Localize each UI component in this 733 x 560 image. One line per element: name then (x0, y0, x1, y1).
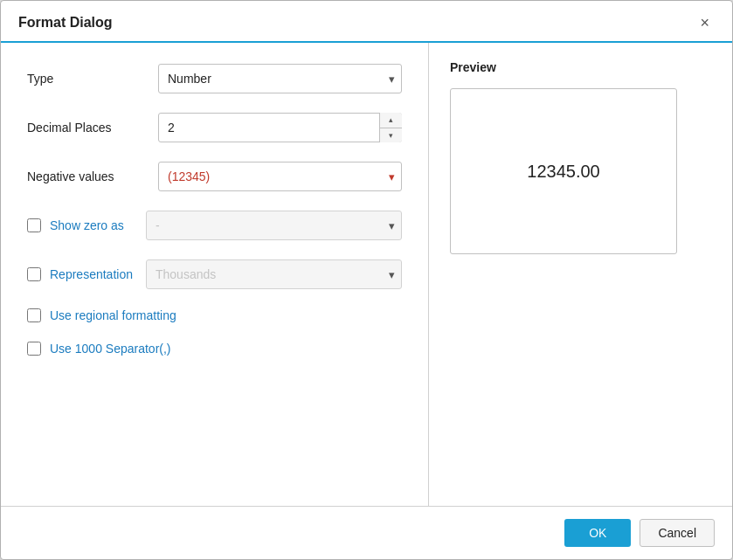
representation-row: Representation Thousands Millions Billio… (27, 259, 402, 289)
type-select[interactable]: Number Currency Percentage Text (158, 64, 402, 93)
decimal-spinbox-wrapper: ▴ ▾ (158, 113, 402, 142)
dialog-header: Format Dialog × (1, 1, 732, 43)
separator-checkbox[interactable] (27, 342, 41, 356)
decimal-places-label: Decimal Places (27, 121, 158, 135)
dialog-body: Type Number Currency Percentage Text ▾ D… (1, 43, 732, 506)
decimal-places-input[interactable] (158, 113, 402, 142)
ok-button[interactable]: OK (564, 519, 631, 547)
representation-label: Representation (50, 267, 146, 281)
show-zero-label: Show zero as (50, 218, 146, 232)
decimal-decrement-button[interactable]: ▾ (380, 128, 402, 143)
negative-values-row: Negative values (12345) -12345 12345- ▾ (27, 162, 402, 191)
close-button[interactable]: × (695, 13, 715, 32)
show-zero-checkbox[interactable] (27, 218, 41, 232)
preview-value: 12345.00 (527, 162, 599, 182)
regional-formatting-label: Use regional formatting (50, 308, 176, 322)
preview-label: Preview (450, 60, 711, 74)
representation-select[interactable]: Thousands Millions Billions (146, 259, 402, 289)
decimal-places-row: Decimal Places ▴ ▾ (27, 113, 402, 142)
show-zero-select[interactable]: - 0 empty (146, 211, 402, 240)
negative-values-label: Negative values (27, 169, 158, 183)
regional-formatting-checkbox[interactable] (27, 308, 41, 322)
representation-checkbox[interactable] (27, 267, 41, 281)
separator-label: Use 1000 Separator(,) (50, 342, 172, 356)
separator-row: Use 1000 Separator(,) (27, 342, 402, 356)
representation-select-wrapper: Thousands Millions Billions ▾ (146, 259, 402, 289)
dialog-footer: OK Cancel (1, 506, 732, 559)
type-label: Type (27, 72, 158, 86)
format-dialog: Format Dialog × Type Number Currency Per… (0, 0, 733, 560)
left-panel: Type Number Currency Percentage Text ▾ D… (1, 43, 429, 506)
dialog-title: Format Dialog (18, 15, 113, 31)
cancel-button[interactable]: Cancel (640, 519, 715, 547)
preview-box: 12345.00 (450, 88, 677, 254)
show-zero-select-wrapper: - 0 empty ▾ (146, 211, 402, 240)
right-panel: Preview 12345.00 (429, 43, 732, 506)
negative-select-wrapper: (12345) -12345 12345- ▾ (158, 162, 402, 191)
type-row: Type Number Currency Percentage Text ▾ (27, 64, 402, 93)
show-zero-row: Show zero as - 0 empty ▾ (27, 211, 402, 240)
type-select-wrapper: Number Currency Percentage Text ▾ (158, 64, 402, 93)
regional-formatting-row: Use regional formatting (27, 308, 402, 322)
decimal-increment-button[interactable]: ▴ (380, 113, 402, 128)
decimal-spinbox-buttons: ▴ ▾ (379, 113, 402, 142)
negative-values-select[interactable]: (12345) -12345 12345- (158, 162, 402, 191)
